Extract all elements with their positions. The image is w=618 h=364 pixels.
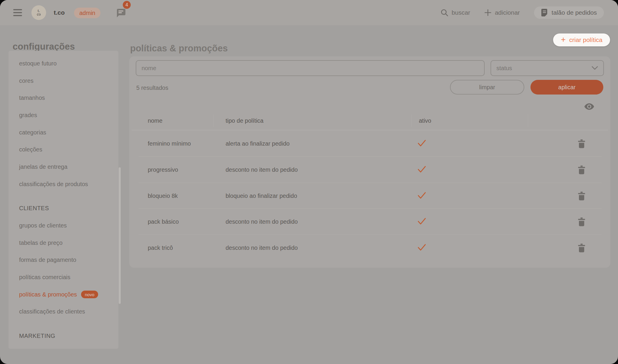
column-header-ativo[interactable]: ativo: [419, 117, 431, 124]
table-header: nome tipo de política ativo: [129, 115, 610, 127]
active-check-icon: [417, 218, 426, 225]
status-filter-label: status: [496, 65, 512, 72]
apply-filters-button[interactable]: aplicar: [530, 80, 603, 95]
delete-row-button[interactable]: [576, 138, 587, 150]
delete-row-button[interactable]: [576, 216, 587, 228]
column-separator: [214, 114, 214, 127]
table-body: feminino mínimo alerta ao finalizar pedi…: [129, 130, 610, 261]
app-window: t. co t.co admin 4 buscar: [0, 0, 618, 364]
delete-row-button[interactable]: [576, 164, 587, 176]
trash-icon: [578, 244, 585, 252]
admin-badge: admin: [74, 8, 100, 18]
cell-nome: progressivo: [148, 166, 178, 173]
table-row[interactable]: pack tricô desconto no item do pedido: [129, 235, 610, 261]
plus-icon: +: [561, 36, 565, 44]
add-button[interactable]: adicionar: [484, 9, 520, 16]
sidebar-item-janelas-de-entrega[interactable]: janelas de entrega: [9, 158, 118, 176]
column-header-tipo[interactable]: tipo de política: [226, 117, 263, 124]
chat-notification-badge: 4: [123, 1, 131, 9]
sidebar-item-estoque-futuro[interactable]: estoque futuro: [9, 55, 118, 72]
topbar: t. co t.co admin 4 buscar: [0, 0, 618, 25]
sidebar-scrollbar[interactable]: [119, 167, 121, 304]
active-check-icon: [417, 244, 426, 251]
cell-tipo: desconto no item do pedido: [226, 218, 298, 225]
trash-icon: [578, 218, 585, 226]
topbar-actions: buscar adicionar talão de pedidos: [441, 0, 604, 25]
order-pad-label: talão de pedidos: [552, 9, 597, 16]
delete-row-button[interactable]: [576, 242, 587, 254]
settings-menu: estoque futuro cores tamanhos grades cat…: [9, 51, 118, 349]
brand-name: t.co: [54, 9, 65, 16]
cell-nome: feminino mínimo: [148, 140, 191, 147]
table-row[interactable]: bloqueio 8k bloqueio ao finalizar pedido: [129, 183, 610, 209]
chevron-down-icon: [592, 66, 598, 70]
name-filter-input[interactable]: [136, 60, 485, 76]
order-pad-icon: [541, 9, 548, 17]
cell-tipo: alerta ao finalizar pedido: [226, 140, 290, 147]
clear-filters-button[interactable]: limpar: [450, 80, 524, 95]
policies-card: status 5 resultados limpar aplicar nome …: [129, 56, 610, 268]
sidebar-item-pol-ticas-promo-es[interactable]: políticas & promoções novo: [9, 286, 118, 303]
sidebar-item-cores[interactable]: cores: [9, 72, 118, 90]
search-label: buscar: [452, 9, 470, 16]
sidebar-item-classifica-es-de-clientes[interactable]: classificações de clientes: [9, 303, 118, 321]
column-separator: [411, 114, 412, 127]
sidebar-item-pol-ticas-comerciais[interactable]: políticas comerciais: [9, 269, 118, 286]
cell-tipo: bloqueio ao finalizar pedido: [226, 193, 297, 199]
trash-icon: [578, 139, 585, 148]
table-row[interactable]: progressivo desconto no item do pedido: [129, 156, 610, 183]
search-button[interactable]: buscar: [441, 9, 470, 16]
avatar-line2: co: [37, 13, 41, 16]
status-filter-select[interactable]: status: [491, 60, 604, 76]
cell-nome: bloqueio 8k: [148, 193, 178, 199]
company-avatar[interactable]: t. co: [31, 5, 46, 20]
cell-nome: pack tricô: [148, 245, 173, 251]
settings-title: configurações: [13, 41, 75, 52]
cell-nome: pack básico: [148, 218, 179, 225]
toggle-columns-button[interactable]: [583, 102, 595, 112]
results-count: 5 resultados: [136, 85, 168, 91]
add-label: adicionar: [495, 9, 520, 16]
sidebar-item-tamanhos[interactable]: tamanhos: [9, 89, 118, 107]
sidebar-item-cole-es[interactable]: coleções: [9, 141, 118, 158]
column-header-nome[interactable]: nome: [148, 117, 162, 124]
create-policy-button[interactable]: + criar política: [553, 33, 610, 46]
eye-icon: [584, 102, 595, 111]
delete-row-button[interactable]: [576, 190, 587, 202]
page-title: políticas & promoções: [130, 43, 228, 54]
order-pad-button[interactable]: talão de pedidos: [534, 6, 604, 19]
table-row[interactable]: feminino mínimo alerta ao finalizar pedi…: [129, 130, 610, 156]
plus-icon: [484, 9, 491, 16]
trash-icon: [578, 166, 585, 174]
sidebar-item-grades[interactable]: grades: [9, 107, 118, 124]
table-row[interactable]: pack básico desconto no item do pedido: [129, 208, 610, 235]
sidebar-section-header: CLIENTES: [9, 200, 118, 217]
sidebar-item-categorias[interactable]: categorias: [9, 124, 118, 141]
menu-icon[interactable]: [13, 9, 22, 16]
sidebar-item-formas-de-pagamento[interactable]: formas de pagamento: [9, 252, 118, 269]
sidebar-item-grupos-de-clientes[interactable]: grupos de clientes: [9, 217, 118, 234]
cell-tipo: desconto no item do pedido: [226, 166, 298, 173]
active-check-icon: [417, 166, 426, 173]
active-check-icon: [417, 139, 426, 147]
active-check-icon: [417, 192, 426, 199]
chat-icon[interactable]: [116, 8, 126, 18]
novo-badge: novo: [81, 291, 98, 298]
create-policy-label: criar política: [569, 36, 602, 43]
column-separator: [528, 114, 528, 127]
sidebar-section-header: MARKETING: [9, 327, 118, 345]
trash-icon: [578, 192, 585, 200]
sidebar-item-tabelas-de-pre-o[interactable]: tabelas de preço: [9, 234, 118, 252]
cell-tipo: desconto no item do pedido: [226, 245, 298, 251]
search-icon: [441, 9, 448, 16]
sidebar-item-classifica-es-de-produtos[interactable]: classificações de produtos: [9, 176, 118, 193]
